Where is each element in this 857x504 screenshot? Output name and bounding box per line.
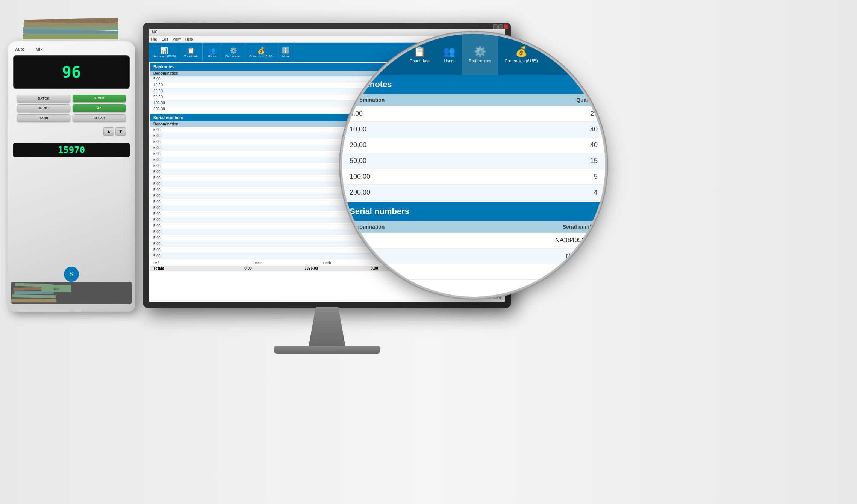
print-label: Print <box>483 296 489 300</box>
live-count-label: Live count (6185) <box>153 54 176 58</box>
menu-help[interactable]: Help <box>185 37 193 41</box>
clear-button[interactable]: CLEAR <box>73 114 126 122</box>
bottom-display: 15970 <box>13 143 130 157</box>
serial-denom-cell: 5,00 <box>153 140 292 144</box>
toolbar-preferences[interactable]: ⚙️ Preferences <box>221 43 245 62</box>
machine-display: 96 <box>13 55 130 89</box>
monitor-base <box>274 346 380 354</box>
zoom-denom: 50,00 <box>350 157 536 165</box>
auto-label: Auto <box>15 47 24 51</box>
denom-cell: 20,00 <box>153 89 362 93</box>
bank-value: 0,00 <box>217 266 280 270</box>
serial-denom-cell: 5,00 <box>153 236 292 240</box>
zoom-col-denom: Denomination <box>350 97 536 103</box>
start-button[interactable]: START <box>73 95 126 102</box>
machine-container: Auto Mix 96 BATCH START MENU OK BACK CLE… <box>0 19 143 357</box>
serial-denom-cell: 5,00 <box>153 254 292 258</box>
close-label: Close <box>494 296 502 300</box>
cash-value: 3395,00 <box>280 266 343 270</box>
zoom-table-row: 50,00 15 <box>342 153 605 169</box>
win-maximize[interactable] <box>498 24 503 29</box>
zoom-nav-users[interactable]: 👥 Users <box>436 34 462 75</box>
toolbar-live-count[interactable]: 📊 Live count (6185) <box>149 43 180 62</box>
app-title: MC <box>152 30 158 34</box>
zoom-qty: 4 <box>536 189 598 196</box>
totals-label: Totals <box>153 266 217 270</box>
toolbar-count-data[interactable]: 📋 Count data <box>180 43 203 62</box>
menu-edit[interactable]: Edit <box>162 37 168 41</box>
zoom-qty: 40 <box>536 125 598 133</box>
bill-100: $100 <box>41 285 71 292</box>
zoom-denom: 100,00 <box>350 173 536 181</box>
zoom-banknotes-count: 1 <box>593 80 598 89</box>
menu-view[interactable]: View <box>173 37 181 41</box>
zoom-serial-col-denom: Denomination <box>350 224 449 230</box>
bills-stack <box>23 15 120 45</box>
bottom-display-number: 15970 <box>58 145 85 155</box>
ok-button[interactable]: OK <box>73 104 126 112</box>
win-close[interactable] <box>504 24 508 29</box>
count-data-label: Count data <box>184 54 198 58</box>
serial-denom-cell: 5,00 <box>153 194 292 198</box>
serial-denom-cell: 5,00 <box>153 152 292 156</box>
serial-denom-cell: 5,00 <box>153 134 292 138</box>
cash-label: Cash <box>292 261 362 265</box>
monitor-container: MC File Edit View Help 📊 Live count (618… <box>143 23 857 473</box>
menu-file[interactable]: File <box>151 37 157 41</box>
batch-button[interactable]: BATCH <box>17 95 70 102</box>
zoom-table-row: 5,00 29 <box>342 106 605 122</box>
serial-denom-cell: 5,00 <box>153 212 292 216</box>
bill-in-slot-4 <box>12 294 56 298</box>
serial-denom-cell: 5,00 <box>153 176 292 180</box>
serial-denom-cell: 5,00 <box>153 146 292 150</box>
zoom-denom: 200,00 <box>350 189 536 196</box>
users-icon: 👥 <box>208 47 215 54</box>
currencies-icon: 💰 <box>257 47 265 54</box>
denom-cell: 200,00 <box>153 107 362 111</box>
denom-cell: 50,00 <box>153 95 362 99</box>
zoom-denom: 5,00 <box>350 110 536 118</box>
zoom-qty: 29 <box>536 110 598 118</box>
zoom-table-row: 100,00 5 <box>342 169 605 185</box>
toolbar-currencies[interactable]: 💰 Currencies (6185) <box>245 43 277 62</box>
serial-denom-cell: 5,00 <box>153 158 292 162</box>
zoom-serial-table-header: Denomination Serial number <box>342 221 605 233</box>
toolbar-users[interactable]: 👥 Users <box>203 43 221 62</box>
denom-cell: 5,00 <box>153 77 362 81</box>
zoom-table-row: 10,00 40 <box>342 122 605 137</box>
display-number: 96 <box>62 63 81 81</box>
denom-cell: 100,00 <box>153 101 362 105</box>
monitor-stand <box>308 307 346 349</box>
zoom-table-row: 200,00 4 <box>342 185 605 201</box>
users-label: Users <box>208 54 216 58</box>
win-minimize[interactable] <box>493 24 498 29</box>
menu-button[interactable]: MENU <box>17 104 70 112</box>
serial-denom-cell: 5,00 <box>153 248 292 252</box>
zoom-nav-currencies[interactable]: 💰 Currencies (6185) <box>498 34 545 75</box>
serial-denom-cell: 5,00 <box>153 206 292 210</box>
zoom-serial-header: Serial numbers <box>342 202 605 221</box>
zoom-users-icon: 👥 <box>443 46 455 57</box>
banknotes-title: Banknotes <box>153 65 174 69</box>
up-arrow[interactable]: ▲ <box>103 127 114 136</box>
zoom-currencies-icon: 💰 <box>515 46 527 57</box>
back-button[interactable]: BACK <box>17 114 70 122</box>
live-count-icon: 📊 <box>160 47 168 54</box>
down-arrow[interactable]: ▼ <box>115 127 126 136</box>
nav-arrows: ▲ ▼ <box>8 127 126 136</box>
zoom-circle: 📋 Count data 👥 Users ⚙️ Preferences 💰 Cu… <box>342 34 605 297</box>
zoom-nav-preferences[interactable]: ⚙️ Preferences <box>462 34 498 75</box>
preferences-label: Preferences <box>225 54 241 58</box>
zoom-banknotes-header: Banknotes 1 <box>342 75 605 94</box>
window-controls <box>493 24 508 29</box>
safescan-emblem: S <box>64 267 79 282</box>
zoom-serial-col-number: Serial number <box>449 224 598 230</box>
toolbar-about[interactable]: ℹ️ About <box>277 43 294 62</box>
zoom-users-label: Users <box>444 59 455 63</box>
serial-denom-cell: 5,00 <box>153 230 292 234</box>
machine-body: Auto Mix 96 BATCH START MENU OK BACK CLE… <box>8 41 135 312</box>
serial-denom-cell: 5,00 <box>153 164 292 168</box>
preferences-icon: ⚙️ <box>230 47 237 54</box>
bank-label: Bank <box>223 261 292 265</box>
machine-buttons: BATCH START MENU OK BACK CLEAR <box>17 95 126 122</box>
